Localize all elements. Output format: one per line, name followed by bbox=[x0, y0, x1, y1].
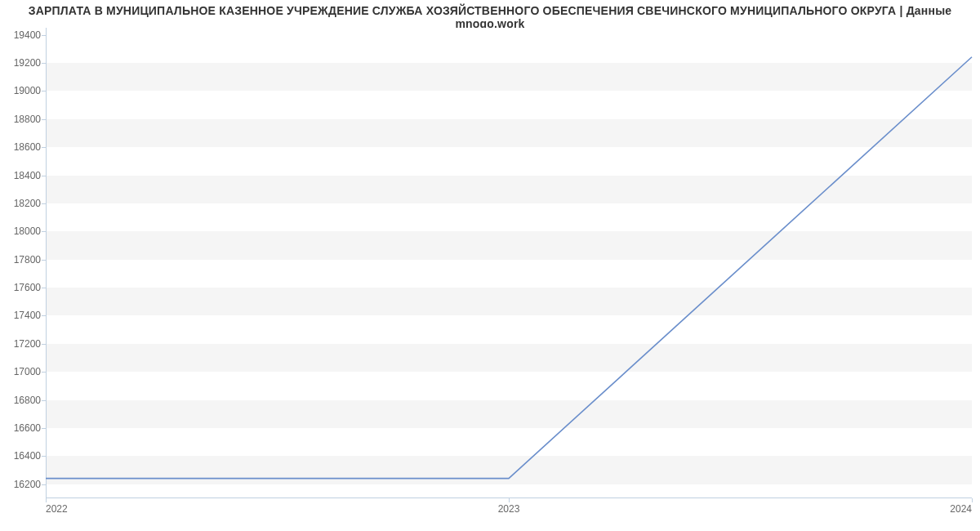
y-tick-mark bbox=[42, 484, 46, 485]
y-tick-mark bbox=[42, 63, 46, 64]
y-tick-mark bbox=[42, 35, 46, 36]
y-tick-mark bbox=[42, 456, 46, 457]
y-tick-mark bbox=[42, 400, 46, 401]
x-tick-label: 2024 bbox=[950, 503, 972, 515]
y-tick-label: 17600 bbox=[5, 282, 41, 293]
y-tick-label: 19200 bbox=[5, 57, 41, 69]
chart-container: ЗАРПЛАТА В МУНИЦИПАЛЬНОЕ КАЗЕННОЕ УЧРЕЖД… bbox=[0, 0, 980, 531]
y-tick-label: 18800 bbox=[5, 114, 41, 125]
y-tick-mark bbox=[42, 147, 46, 148]
y-tick-label: 18400 bbox=[5, 170, 41, 181]
plot-area: 202220232024 bbox=[46, 28, 972, 498]
x-tick-mark bbox=[509, 498, 510, 502]
chart-title: ЗАРПЛАТА В МУНИЦИПАЛЬНОЕ КАЗЕННОЕ УЧРЕЖД… bbox=[0, 4, 980, 30]
y-tick-mark bbox=[42, 260, 46, 261]
x-tick-label: 2023 bbox=[498, 503, 520, 515]
y-tick-label: 17200 bbox=[5, 338, 41, 350]
y-tick-label: 16200 bbox=[5, 479, 41, 490]
y-tick-mark bbox=[42, 315, 46, 316]
y-tick-mark bbox=[42, 344, 46, 345]
y-tick-label: 18200 bbox=[5, 198, 41, 209]
y-tick-label: 18600 bbox=[5, 141, 41, 153]
y-tick-mark bbox=[42, 288, 46, 288]
y-tick-label: 19400 bbox=[5, 29, 41, 41]
y-tick-mark bbox=[42, 231, 46, 232]
x-tick-mark bbox=[46, 498, 47, 502]
x-tick-mark bbox=[972, 498, 973, 502]
y-tick-label: 16600 bbox=[5, 422, 41, 434]
y-tick-mark bbox=[42, 119, 46, 120]
y-tick-mark bbox=[42, 428, 46, 429]
y-tick-mark bbox=[42, 176, 46, 176]
y-tick-label: 19000 bbox=[5, 85, 41, 96]
y-tick-mark bbox=[42, 372, 46, 373]
line-series bbox=[46, 28, 972, 498]
y-tick-label: 16800 bbox=[5, 395, 41, 406]
y-tick-label: 18000 bbox=[5, 225, 41, 237]
y-tick-label: 17000 bbox=[5, 366, 41, 377]
x-tick-label: 2022 bbox=[46, 503, 68, 515]
y-tick-label: 17400 bbox=[5, 310, 41, 321]
y-tick-label: 17800 bbox=[5, 254, 41, 266]
y-tick-mark bbox=[42, 203, 46, 204]
y-tick-mark bbox=[42, 91, 46, 91]
data-line bbox=[46, 57, 972, 479]
y-tick-label: 16400 bbox=[5, 450, 41, 462]
